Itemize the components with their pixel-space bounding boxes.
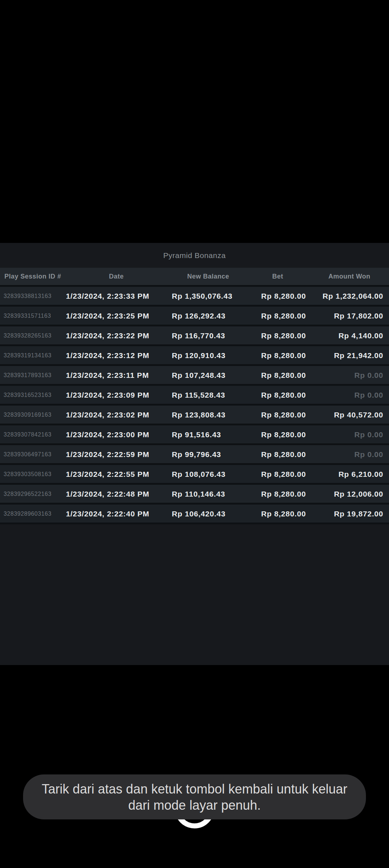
table-row: 328393035081631/23/2024, 2:22:55 PMRp 10… [0,465,389,485]
date-cell: 1/23/2024, 2:23:00 PM [66,425,149,443]
session-id-cell: 32839296522163 [4,485,52,503]
table-row: 328393315711631/23/2024, 2:23:25 PMRp 12… [0,307,389,326]
new-balance-cell: Rp 115,528.43 [172,386,225,404]
date-cell: 1/23/2024, 2:22:48 PM [66,485,149,503]
date-cell: 1/23/2024, 2:23:02 PM [66,406,149,424]
bet-cell: Rp 8,280.00 [261,307,306,325]
bet-cell: Rp 8,280.00 [261,406,306,424]
table-row: 328393388131631/23/2024, 2:23:33 PMRp 1,… [0,287,389,307]
column-header-new-balance: New Balance [187,273,229,280]
bet-cell: Rp 8,280.00 [261,465,306,483]
session-id-cell: 32839303508163 [4,465,52,483]
table-row: 328393191341631/23/2024, 2:23:12 PMRp 12… [0,346,389,366]
date-cell: 1/23/2024, 2:23:33 PM [66,287,149,305]
new-balance-cell: Rp 123,808.43 [172,406,225,424]
amount-won-cell: Rp 21,942.00 [334,346,383,364]
date-cell: 1/23/2024, 2:23:11 PM [66,366,149,384]
amount-won-cell: Rp 6,210.00 [339,465,383,483]
date-cell: 1/23/2024, 2:23:09 PM [66,386,149,404]
table-header-row: Play Session ID # Date New Balance Bet A… [0,268,389,287]
fullscreen-exit-toast: Tarik dari atas dan ketuk tombol kembali… [23,774,366,819]
new-balance-cell: Rp 120,910.43 [172,346,225,364]
column-header-date: Date [109,273,124,280]
session-id-cell: 32839307842163 [4,425,52,443]
session-id-cell: 32839309169163 [4,406,52,424]
bet-cell: Rp 8,280.00 [261,287,306,305]
date-cell: 1/23/2024, 2:22:55 PM [66,465,149,483]
amount-won-cell: Rp 0.00 [354,366,383,384]
bet-cell: Rp 8,280.00 [261,346,306,364]
new-balance-cell: Rp 1,350,076.43 [172,287,232,305]
session-id-cell: 32839289603163 [4,505,52,523]
table-row: 328393282651631/23/2024, 2:23:22 PMRp 11… [0,326,389,346]
amount-won-cell: Rp 40,572.00 [334,406,383,424]
new-balance-cell: Rp 116,770.43 [172,326,225,344]
column-header-amount-won: Amount Won [328,273,371,280]
session-id-cell: 32839328265163 [4,326,52,344]
new-balance-cell: Rp 106,420.43 [172,505,225,523]
new-balance-cell: Rp 107,248.43 [172,366,225,384]
date-cell: 1/23/2024, 2:23:25 PM [66,307,149,325]
amount-won-cell: Rp 0.00 [354,425,383,443]
amount-won-cell: Rp 17,802.00 [334,307,383,325]
date-cell: 1/23/2024, 2:22:59 PM [66,445,149,463]
new-balance-cell: Rp 110,146.43 [172,485,225,503]
bet-cell: Rp 8,280.00 [261,425,306,443]
session-id-cell: 32839338813163 [4,287,52,305]
column-header-bet: Bet [272,273,283,280]
bet-cell: Rp 8,280.00 [261,326,306,344]
date-cell: 1/23/2024, 2:22:40 PM [66,505,149,523]
table-row: 328392965221631/23/2024, 2:22:48 PMRp 11… [0,485,389,505]
session-id-cell: 32839319134163 [4,346,52,364]
bet-cell: Rp 8,280.00 [261,445,306,463]
amount-won-cell: Rp 19,872.00 [334,505,383,523]
table-row: 328392896031631/23/2024, 2:22:40 PMRp 10… [0,505,389,524]
table-row: 328393178931631/23/2024, 2:23:11 PMRp 10… [0,366,389,386]
bet-cell: Rp 8,280.00 [261,366,306,384]
new-balance-cell: Rp 126,292.43 [172,307,225,325]
amount-won-cell: Rp 12,006.00 [334,485,383,503]
game-title: Pyramid Bonanza [0,243,389,268]
bet-cell: Rp 8,280.00 [261,485,306,503]
new-balance-cell: Rp 99,796.43 [172,445,221,463]
bet-cell: Rp 8,280.00 [261,386,306,404]
amount-won-cell: Rp 0.00 [354,445,383,463]
amount-won-cell: Rp 1,232,064.00 [323,287,383,305]
amount-won-cell: Rp 0.00 [354,386,383,404]
amount-won-cell: Rp 4,140.00 [339,326,383,344]
new-balance-cell: Rp 91,516.43 [172,425,221,443]
fullscreen-game-screen: Pyramid Bonanza Play Session ID # Date N… [0,0,389,868]
toast-message-line2: dari mode layar penuh. [128,797,261,813]
toast-message-line1: Tarik dari atas dan ketuk tombol kembali… [42,781,347,797]
session-id-cell: 32839316523163 [4,386,52,404]
column-header-session-id: Play Session ID # [4,273,61,280]
session-id-cell: 32839331571163 [4,307,51,325]
table-row: 328393078421631/23/2024, 2:23:00 PMRp 91… [0,425,389,445]
table-body[interactable]: 328393388131631/23/2024, 2:23:33 PMRp 1,… [0,287,389,524]
table-row: 328393064971631/23/2024, 2:22:59 PMRp 99… [0,445,389,465]
new-balance-cell: Rp 108,076.43 [172,465,225,483]
table-row: 328393091691631/23/2024, 2:23:02 PMRp 12… [0,406,389,425]
game-history-panel: Pyramid Bonanza Play Session ID # Date N… [0,243,389,665]
session-id-cell: 32839317893163 [4,366,52,384]
date-cell: 1/23/2024, 2:23:22 PM [66,326,149,344]
session-id-cell: 32839306497163 [4,445,52,463]
bet-cell: Rp 8,280.00 [261,505,306,523]
play-history-table: Play Session ID # Date New Balance Bet A… [0,268,389,524]
date-cell: 1/23/2024, 2:23:12 PM [66,346,149,364]
table-row: 328393165231631/23/2024, 2:23:09 PMRp 11… [0,386,389,406]
